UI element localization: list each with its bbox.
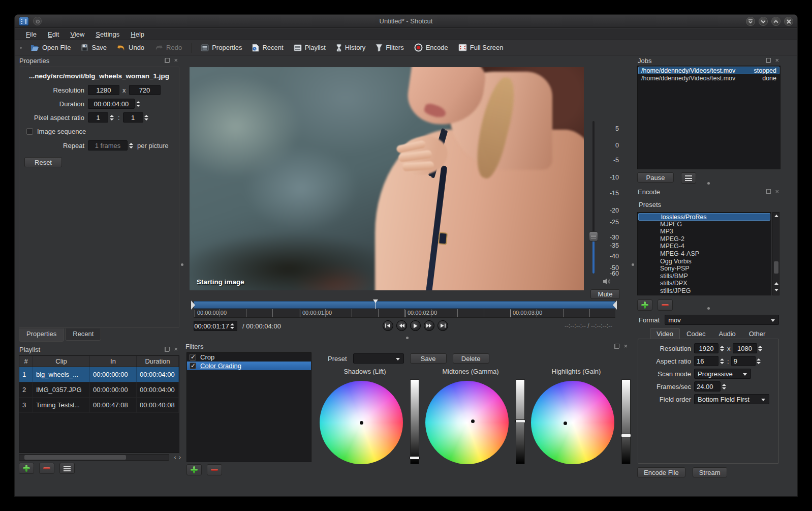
undo-button[interactable]: Undo [113, 42, 148, 53]
reset-button[interactable]: Reset [24, 157, 62, 167]
preset-remove-button[interactable] [658, 299, 673, 311]
midtones-color-wheel[interactable] [425, 381, 509, 464]
spinner[interactable] [721, 382, 727, 391]
preset-item[interactable]: Ogg Vorbis [638, 258, 771, 265]
enc-resolution-height-field[interactable]: 1080 [733, 343, 757, 353]
open-file-button[interactable]: Open File [26, 42, 75, 53]
playlist-row[interactable]: 2 IMG_0357.JPG 00:00:00:00 00:00:04:00 [19, 382, 179, 398]
spinner[interactable] [757, 344, 764, 353]
close-panel-icon[interactable]: × [174, 58, 178, 63]
fps-field[interactable]: 24.00 [694, 381, 721, 392]
wheel-cursor[interactable] [564, 422, 567, 425]
slider-handle[interactable] [410, 456, 420, 460]
splitter-handle[interactable] [707, 307, 710, 310]
preset-add-button[interactable] [637, 299, 652, 311]
preset-item[interactable]: stills/JPEG [638, 287, 771, 295]
play-button[interactable] [410, 320, 421, 331]
scroll-right-icon[interactable]: › [179, 454, 181, 460]
slider-handle[interactable] [621, 434, 631, 437]
wheel-cursor[interactable] [471, 419, 475, 423]
slider-handle[interactable] [515, 419, 525, 423]
playlist-remove-button[interactable] [39, 463, 54, 474]
close-panel-icon[interactable]: × [775, 189, 779, 194]
filter-remove-button[interactable] [207, 464, 222, 475]
tab-other[interactable]: Other [742, 328, 772, 339]
par-denominator-spinner[interactable] [143, 113, 150, 122]
preset-item[interactable]: Sony-PSP [638, 265, 771, 273]
par-numerator-field[interactable]: 1 [88, 112, 108, 123]
encode-button[interactable]: Encode [410, 42, 452, 53]
close-panel-icon[interactable]: × [174, 347, 178, 352]
timeline-ruler[interactable]: 00:00:00:00 00:00:01:00 00:00:02:00 00:0… [194, 309, 615, 318]
scrollbar-thumb[interactable] [774, 261, 778, 274]
duration-field[interactable]: 00:00:04:00 [88, 99, 135, 109]
spinner[interactable] [756, 356, 762, 366]
scroll-up-icon[interactable] [774, 215, 778, 217]
preset-delete-button[interactable]: Delete [453, 353, 489, 364]
redo-button[interactable]: Redo [150, 42, 186, 53]
job-row[interactable]: /home/ddennedy/Videos/test.mov stopped [638, 67, 779, 74]
par-numerator-spinner[interactable] [108, 113, 115, 122]
menu-item[interactable]: File [21, 29, 42, 39]
par-denominator-field[interactable]: 1 [123, 112, 143, 123]
in-point-marker[interactable] [191, 300, 195, 310]
speaker-icon[interactable] [603, 278, 610, 286]
resolution-width-field[interactable]: 1280 [88, 85, 119, 95]
close-panel-icon[interactable]: × [623, 344, 628, 349]
enc-resolution-width-field[interactable]: 1920 [694, 343, 719, 353]
midtones-level-slider[interactable] [516, 379, 525, 464]
current-time-field[interactable]: 00:00:01:17 [194, 321, 237, 331]
maximize-button[interactable] [771, 17, 780, 26]
close-panel-icon[interactable]: × [775, 58, 779, 63]
wheel-cursor[interactable] [360, 421, 363, 425]
scroll-left-icon[interactable]: ‹ [174, 454, 176, 460]
encode-file-button[interactable]: Encode File [637, 467, 685, 477]
skip-to-end-button[interactable] [438, 320, 448, 331]
current-time-spinner[interactable] [229, 321, 236, 330]
float-panel-icon[interactable] [165, 58, 170, 63]
menu-item[interactable]: View [65, 29, 89, 39]
out-point-marker[interactable] [613, 300, 617, 310]
volume-slider-handle[interactable] [589, 231, 598, 242]
shadows-color-wheel[interactable] [320, 381, 403, 464]
highlights-color-wheel[interactable] [531, 381, 614, 464]
job-row[interactable]: /home/ddennedy/Videos/test.mov done [638, 74, 779, 82]
float-panel-icon[interactable] [766, 189, 771, 194]
spinner[interactable] [719, 356, 725, 366]
tab-codec[interactable]: Codec [680, 328, 712, 339]
splitter-handle[interactable] [181, 263, 183, 266]
presets-scrollbar[interactable] [772, 212, 779, 295]
highlights-level-slider[interactable] [621, 379, 631, 464]
float-panel-icon[interactable] [165, 347, 170, 352]
image-sequence-checkbox[interactable] [26, 128, 33, 135]
spinner[interactable] [719, 344, 725, 353]
full-screen-button[interactable]: Full Screen [454, 42, 508, 53]
tab-properties[interactable]: Properties [19, 328, 64, 342]
playlist-menu-button[interactable] [59, 463, 75, 474]
filter-checkbox[interactable] [190, 363, 196, 369]
minimize-button[interactable] [759, 17, 768, 26]
menu-item[interactable]: Settings [90, 29, 124, 39]
field-order-dropdown[interactable]: Bottom Field First [694, 394, 769, 404]
float-panel-icon[interactable] [766, 58, 771, 63]
jobs-menu-button[interactable] [681, 172, 696, 184]
scroll-down-icon[interactable] [774, 289, 778, 291]
resolution-height-field[interactable]: 720 [129, 85, 161, 95]
properties-button[interactable]: Properties [197, 42, 246, 53]
float-panel-icon[interactable] [614, 344, 619, 349]
jobs-pause-button[interactable]: Pause [637, 172, 674, 183]
repeat-field[interactable]: 1 frames [88, 140, 128, 151]
tab-audio[interactable]: Audio [712, 328, 742, 339]
tab-recent[interactable]: Recent [65, 328, 101, 341]
rewind-button[interactable] [396, 320, 407, 331]
filter-add-button[interactable] [186, 464, 202, 475]
tab-video[interactable]: Video [650, 328, 680, 339]
timeline-scrubber[interactable] [194, 301, 615, 309]
save-button[interactable]: Save [77, 42, 111, 53]
filter-checkbox[interactable] [190, 354, 196, 360]
aspect-h-field[interactable]: 9 [731, 356, 756, 366]
stream-button[interactable]: Stream [693, 467, 727, 477]
menu-item[interactable]: Help [126, 29, 149, 39]
toolbar-handle[interactable] [20, 47, 22, 49]
video-preview[interactable]: Starting image [190, 67, 584, 290]
